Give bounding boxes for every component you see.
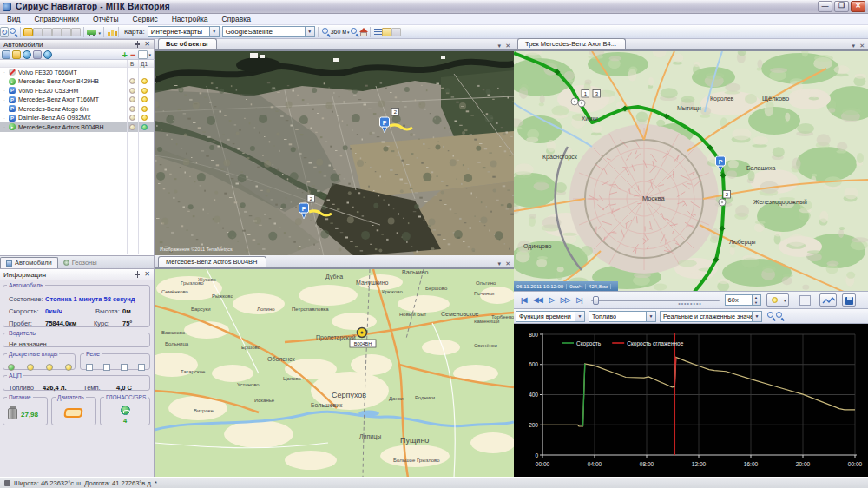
relay-checkbox[interactable]: [103, 364, 110, 371]
tab-close-icon[interactable]: ✕: [505, 260, 510, 267]
parameter-combo[interactable]: Топливо▼: [589, 311, 656, 322]
vehicle-row[interactable]: ·PVolvo FE320 С533НМ: [0, 86, 154, 96]
tab-actros[interactable]: Mercedes-Benz Actros В004ВН: [158, 256, 266, 267]
tab-dropdown-icon[interactable]: ▾: [852, 43, 856, 49]
column-d1[interactable]: Д1: [141, 61, 148, 67]
vehicle-row[interactable]: ·▸Mercedes-Benz Actros В004ВН: [0, 122, 154, 132]
tab-geozones[interactable]: Геозоны: [58, 257, 102, 268]
splitter-handle[interactable]: ••••••••: [668, 302, 712, 306]
chart-button[interactable]: [819, 293, 837, 307]
close-panel-icon[interactable]: ✕: [144, 41, 150, 48]
filter-box-icon[interactable]: [138, 50, 148, 59]
paint-icon[interactable]: [12, 50, 21, 59]
globe-icon[interactable]: [23, 50, 31, 59]
vehicle-row[interactable]: ·PDaimler-Benz AG О932МХ: [0, 114, 154, 123]
column-b[interactable]: Б: [130, 61, 134, 67]
playback-slider-thumb[interactable]: [593, 296, 599, 305]
playback-play-button[interactable]: ▷: [549, 296, 554, 304]
select-icon[interactable]: [391, 28, 401, 36]
menu-Справочники[interactable]: Справочники: [27, 15, 86, 23]
discrete-input-led: [27, 364, 34, 371]
refresh-icon[interactable]: ↻: [0, 27, 9, 37]
tab-vehicles[interactable]: Автомобили: [0, 257, 58, 268]
playback-end-button[interactable]: ▷|: [576, 296, 582, 304]
playback-start-button[interactable]: |◀: [521, 296, 526, 304]
left-bottom-tabs: Автомобили Геозоны: [0, 255, 155, 268]
satellite-map[interactable]: PP22 Изображения ©2011 TerraMetrics: [155, 50, 514, 255]
minimize-button[interactable]: —: [818, 1, 832, 12]
vehicle-row[interactable]: ·PMercedes-Benz Atego б/н: [0, 104, 154, 114]
maximize-button[interactable]: ❐: [834, 1, 849, 12]
map-source-combo[interactable]: Интернет-карты▼: [148, 26, 220, 37]
close-button[interactable]: ✕: [851, 1, 865, 12]
function-combo[interactable]: Функция времени▼: [516, 311, 585, 322]
track-map[interactable]: МытищиКоролевЩёлковоБалашихаЖелезнодорож…: [514, 50, 868, 291]
tab-close-icon[interactable]: ✕: [859, 43, 865, 49]
discrete-inputs-group: Дискретные входы: [3, 351, 76, 370]
tab-dropdown-icon[interactable]: ▾: [498, 260, 502, 267]
filter-dropdown-icon[interactable]: ▾: [148, 52, 151, 57]
pin-icon[interactable]: [135, 41, 141, 48]
undo-icon[interactable]: [43, 28, 52, 36]
select-mode-button[interactable]: [799, 295, 811, 306]
link-icon[interactable]: [62, 28, 71, 36]
map-label: 200: [529, 422, 538, 428]
glonass-gps-icon: [121, 406, 130, 415]
playback-forward-button[interactable]: ▷▷: [561, 296, 569, 304]
chart-icon[interactable]: [107, 27, 115, 37]
grid-icon[interactable]: [33, 28, 43, 36]
search-icon[interactable]: [9, 27, 17, 37]
vehicle-row[interactable]: ·Volvo FE320 Т666МТ: [0, 68, 154, 77]
fuel-chart[interactable]: 00:0004:0008:0012:0016:0020:0000:0002004…: [514, 324, 868, 477]
tab-track[interactable]: Трек Mercedes-Benz Axor В4...: [517, 38, 626, 49]
map-label: Москва: [642, 195, 665, 202]
edit-icon[interactable]: [23, 28, 33, 36]
vehicle-name: Mercedes-Benz Axor В429НВ: [18, 78, 99, 84]
relay-checkbox[interactable]: [138, 364, 145, 371]
unlink-icon[interactable]: [71, 28, 81, 36]
home-icon[interactable]: [358, 27, 367, 37]
sort-icon[interactable]: [2, 50, 10, 59]
menu-Вид[interactable]: Вид: [0, 15, 27, 23]
map-label: 600: [529, 361, 538, 367]
add-vehicle-icon[interactable]: +: [122, 50, 128, 59]
menu-Отчёты[interactable]: Отчёты: [86, 15, 126, 23]
vehicle-list-columns: Б Д1: [0, 60, 154, 68]
info-close-icon[interactable]: ✕: [144, 271, 150, 278]
tab-all-objects[interactable]: Все объекты: [158, 38, 217, 49]
remove-vehicle-icon[interactable]: −: [130, 50, 135, 59]
vehicle-status-icon: P: [9, 105, 16, 112]
zoom-out-icon[interactable]: [350, 27, 358, 37]
playback-speed-input[interactable]: 60x▲▼: [725, 294, 761, 306]
truck-icon[interactable]: ▾: [87, 27, 101, 37]
menu-Настройка[interactable]: Настройка: [165, 15, 215, 23]
driver-value: Не назначен: [9, 340, 47, 348]
actros-map[interactable]: ЖуковоРыжковоДубнаМанушкиноВаськиноКрюко…: [155, 268, 514, 477]
playback-rewind-button[interactable]: ◀◀: [533, 296, 542, 304]
relay-checkbox[interactable]: [86, 364, 93, 371]
save-button[interactable]: [842, 293, 856, 307]
list-icon[interactable]: [373, 27, 382, 37]
menu-Сервис[interactable]: Сервис: [126, 15, 165, 23]
report-icon[interactable]: [382, 28, 391, 36]
relay-checkbox[interactable]: [121, 364, 128, 371]
chart-zoom-out-icon[interactable]: [775, 311, 784, 321]
zoom-level[interactable]: 360 м: [331, 29, 346, 35]
tab-dropdown-icon[interactable]: ▾: [498, 43, 502, 49]
values-mode-combo[interactable]: Реальные и сглаженные значени▼: [660, 311, 762, 322]
vehicles-toolbar: + − ▾: [0, 49, 155, 60]
globe2-icon[interactable]: [43, 50, 52, 59]
map-layer-combo[interactable]: GoogleSatellite▼: [222, 26, 315, 37]
zoom-in-icon[interactable]: [321, 27, 330, 37]
vehicle-status-icon: [9, 69, 16, 76]
lamp-button[interactable]: ▾: [766, 293, 789, 307]
info-pin-icon[interactable]: [135, 271, 141, 278]
chart-zoom-in-icon[interactable]: [766, 311, 775, 321]
chart-toolbar: Функция времени▼ Топливо▼ Реальные и сгл…: [514, 309, 868, 324]
vehicle-row[interactable]: ·PMercedes-Benz Axor Т166МТ: [0, 96, 154, 105]
tab-close-icon[interactable]: ✕: [505, 43, 510, 49]
menu-Справка[interactable]: Справка: [215, 15, 258, 23]
vehicle-row[interactable]: ·▸Mercedes-Benz Axor В429НВ: [0, 77, 154, 87]
camera-icon[interactable]: [33, 50, 42, 59]
stop-icon[interactable]: [52, 28, 62, 36]
